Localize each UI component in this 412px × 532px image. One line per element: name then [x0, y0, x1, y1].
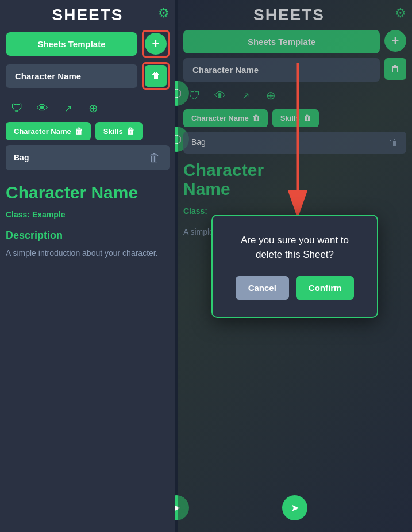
plus-icon: + [152, 36, 160, 51]
right-panel: ⚙ SHEETS Sheets Template + Character Nam… [178, 0, 412, 532]
shield-icon: 🛡 [11, 102, 23, 115]
tags-row: Character Name 🗑 Skills 🗑 [6, 122, 170, 140]
char-display-title: Character Name [6, 183, 170, 202]
add-icon: ⊕ [88, 101, 98, 115]
edit-icon-button[interactable]: ↗ [59, 99, 77, 117]
sheets-template-button[interactable]: Sheets Template [6, 32, 137, 56]
edit-icon: ↗ [64, 103, 72, 114]
plus-red-border: + [142, 30, 170, 58]
delete-sheet-button[interactable]: 🗑 [145, 65, 167, 87]
bag-delete-button[interactable]: 🗑 [148, 151, 161, 164]
tag-label: Character Name [14, 127, 71, 136]
trash-red-border: 🗑 [142, 62, 170, 90]
cancel-button[interactable]: Cancel [236, 276, 289, 300]
modal-overlay: Are you sure you want to delete this She… [178, 0, 412, 532]
description-body: A simple introduction about your charact… [6, 247, 170, 259]
action-icon-row: 🛡 👁 ↗ ⊕ [6, 99, 170, 117]
bag-trash-icon: 🗑 [149, 151, 160, 164]
skills-delete-icon: 🗑 [126, 127, 134, 136]
skills-label: Skills [103, 127, 123, 136]
class-label: Class: [6, 210, 30, 219]
bag-label: Bag [14, 153, 29, 162]
skills-tag[interactable]: Skills 🗑 [95, 122, 143, 140]
char-name-text: Character Name [6, 183, 138, 202]
gear-button-left[interactable]: ⚙ [158, 6, 170, 21]
left-panel: ⚙ SHEETS Sheets Template + Character Nam… [0, 0, 175, 532]
character-name-row: Character Name 🗑 [6, 62, 170, 90]
confirm-button[interactable]: Confirm [296, 276, 355, 300]
sheets-template-row: Sheets Template + [6, 30, 170, 58]
add-sheet-button[interactable]: + [145, 33, 167, 55]
delete-confirmation-modal: Are you sure you want to delete this She… [211, 215, 378, 318]
shield-icon-button[interactable]: 🛡 [8, 99, 26, 117]
gear-icon: ⚙ [158, 6, 170, 20]
trash-icon: 🗑 [151, 71, 160, 81]
class-info: Class: Example [6, 210, 170, 219]
character-name-tag[interactable]: Character Name 🗑 [6, 122, 91, 140]
eye-icon-button[interactable]: 👁 [33, 99, 52, 117]
modal-message: Are you sure you want to delete this She… [229, 233, 361, 262]
app-title-left: SHEETS [6, 6, 170, 24]
add-icon-button[interactable]: ⊕ [84, 99, 102, 117]
bag-row: Bag 🗑 [6, 145, 170, 170]
description-heading: Description [6, 229, 170, 242]
class-value: Example [32, 210, 66, 219]
eye-icon: 👁 [37, 102, 48, 115]
character-name-button[interactable]: Character Name [6, 64, 137, 88]
tag-delete-icon: 🗑 [75, 127, 83, 136]
modal-button-row: Cancel Confirm [229, 276, 361, 300]
